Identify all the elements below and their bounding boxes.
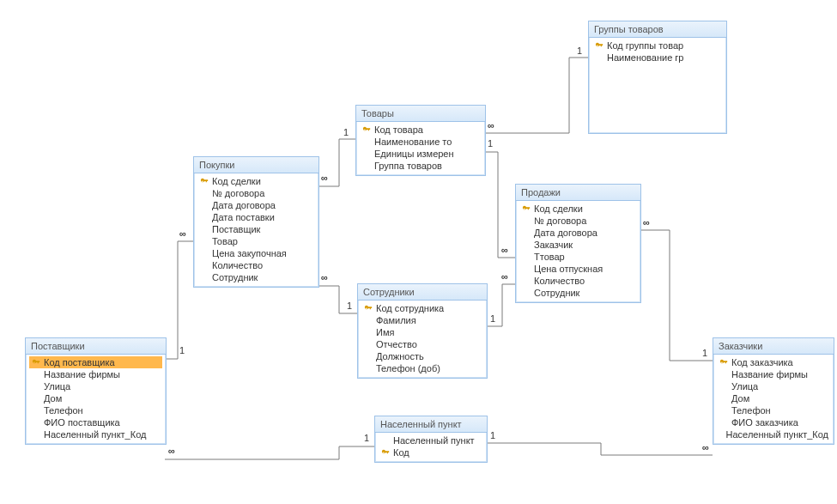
- card-inf: ∞: [321, 173, 328, 183]
- table-field[interactable]: Единицы измерен: [360, 148, 482, 160]
- table-field[interactable]: Населенный пункт: [379, 434, 483, 446]
- table-field[interactable]: Код сделки: [197, 175, 315, 187]
- table-field[interactable]: Дом: [29, 392, 162, 404]
- table-purchases[interactable]: ПокупкиКод сделки№ договораДата договора…: [193, 156, 319, 288]
- table-field[interactable]: Заказчик: [519, 239, 637, 251]
- table-field[interactable]: ФИО заказчика: [717, 416, 830, 428]
- table-field[interactable]: Код: [379, 446, 483, 458]
- table-fields: Код заказчикаНазвание фирмыУлицаДомТелеф…: [713, 355, 834, 444]
- table-field[interactable]: Код поставщика: [29, 356, 162, 368]
- key-placeholder: [361, 149, 372, 159]
- table-field[interactable]: Дата поставки: [197, 211, 315, 223]
- table-employees[interactable]: СотрудникиКод сотрудникаФамилияИмяОтчест…: [357, 283, 488, 379]
- table-fields: Код сделки№ договораДата договораЗаказчи…: [516, 201, 640, 302]
- table-field[interactable]: № договора: [519, 215, 637, 227]
- table-field[interactable]: Товар: [197, 235, 315, 247]
- field-label: ФИО заказчика: [731, 417, 798, 428]
- table-sales[interactable]: ПродажиКод сделки№ договораДата договора…: [515, 184, 641, 303]
- field-label: Населенный пункт_Код: [726, 429, 828, 440]
- field-label: № договора: [212, 188, 264, 198]
- key-placeholder: [521, 216, 531, 226]
- key-placeholder: [719, 369, 729, 380]
- table-field[interactable]: Код группы товар: [592, 39, 723, 52]
- table-field[interactable]: Код товара: [360, 124, 482, 136]
- table-field[interactable]: Группа товаров: [360, 160, 482, 172]
- table-title[interactable]: Поставщики: [26, 338, 166, 355]
- field-label: Наименование то: [374, 137, 452, 147]
- table-field[interactable]: Дата договора: [519, 227, 637, 239]
- table-field[interactable]: Дата договора: [197, 199, 315, 211]
- table-field[interactable]: Сотрудник: [519, 287, 637, 299]
- table-title[interactable]: Товары: [356, 106, 485, 122]
- card-1: 1: [702, 348, 707, 358]
- table-field[interactable]: Цена отпускная: [519, 263, 637, 275]
- table-field[interactable]: Код заказчика: [717, 356, 830, 368]
- primary-key-icon: [719, 357, 729, 367]
- table-field[interactable]: Дом: [717, 392, 830, 404]
- table-field[interactable]: Наименование гр: [592, 52, 723, 64]
- table-field[interactable]: Телефон: [29, 404, 162, 416]
- table-field[interactable]: Населенный пункт_Код: [29, 428, 162, 440]
- field-label: Название фирмы: [44, 369, 120, 380]
- primary-key-icon: [363, 303, 373, 313]
- table-field[interactable]: Отчество: [361, 338, 483, 350]
- table-field[interactable]: Ттовар: [519, 251, 637, 263]
- field-label: Код сделки: [534, 203, 583, 214]
- field-label: Телефон (доб): [376, 363, 440, 373]
- field-label: Населенный пункт_Код: [44, 429, 146, 440]
- table-title[interactable]: Продажи: [516, 185, 640, 201]
- field-label: Название фирмы: [731, 369, 808, 380]
- table-customers[interactable]: ЗаказчикиКод заказчикаНазвание фирмыУлиц…: [713, 337, 834, 445]
- key-placeholder: [719, 381, 729, 392]
- table-field[interactable]: ФИО поставщика: [29, 416, 162, 428]
- table-field[interactable]: № договора: [197, 187, 315, 199]
- table-field[interactable]: Сотрудник: [197, 271, 315, 283]
- field-label: Количество: [534, 276, 585, 286]
- field-label: ФИО поставщика: [44, 417, 120, 428]
- key-placeholder: [361, 161, 372, 171]
- key-placeholder: [521, 240, 531, 250]
- primary-key-icon: [380, 447, 391, 458]
- table-title[interactable]: Сотрудники: [358, 284, 487, 301]
- card-1: 1: [577, 46, 582, 56]
- field-label: Отчество: [376, 339, 417, 349]
- key-placeholder: [521, 264, 531, 274]
- table-field[interactable]: Цена закупочная: [197, 247, 315, 259]
- table-field[interactable]: Код сделки: [519, 203, 637, 215]
- table-field[interactable]: Количество: [519, 275, 637, 287]
- key-placeholder: [521, 276, 531, 286]
- field-label: Единицы измерен: [374, 149, 454, 159]
- table-field[interactable]: Название фирмы: [29, 368, 162, 380]
- table-field[interactable]: Фамилия: [361, 314, 483, 326]
- table-city[interactable]: Населенный пунктНаселенный пунктКод: [374, 416, 488, 463]
- card-1: 1: [179, 345, 185, 355]
- table-field[interactable]: Код сотрудника: [361, 302, 483, 314]
- field-label: Код поставщика: [44, 357, 115, 367]
- table-field[interactable]: Поставщик: [197, 223, 315, 235]
- table-goods-groups[interactable]: Группы товаровКод группы товарНаименован…: [588, 21, 727, 134]
- field-label: № договора: [534, 216, 586, 226]
- table-field[interactable]: Имя: [361, 326, 483, 338]
- table-field[interactable]: Название фирмы: [717, 368, 830, 380]
- table-title[interactable]: Заказчики: [713, 338, 834, 355]
- table-fields: Код товараНаименование тоЕдиницы измерен…: [356, 122, 485, 175]
- card-inf: ∞: [643, 217, 650, 228]
- table-title[interactable]: Группы товаров: [589, 21, 726, 38]
- table-field[interactable]: Телефон: [717, 404, 830, 416]
- card-1: 1: [490, 313, 495, 324]
- card-1: 1: [364, 433, 369, 443]
- table-field[interactable]: Улица: [29, 380, 162, 392]
- table-field[interactable]: Наименование то: [360, 136, 482, 148]
- table-field[interactable]: Телефон (доб): [361, 362, 483, 374]
- table-field[interactable]: Улица: [717, 380, 830, 392]
- primary-key-icon: [361, 124, 372, 135]
- table-goods[interactable]: ТоварыКод товараНаименование тоЕдиницы и…: [355, 105, 486, 176]
- key-placeholder: [363, 315, 373, 325]
- table-field[interactable]: Количество: [197, 259, 315, 271]
- table-suppliers[interactable]: ПоставщикиКод поставщикаНазвание фирмыУл…: [25, 337, 167, 445]
- table-title[interactable]: Населенный пункт: [375, 416, 487, 433]
- table-field[interactable]: Должность: [361, 350, 483, 362]
- table-field[interactable]: Населенный пункт_Код: [717, 428, 830, 440]
- field-label: Имя: [376, 327, 394, 337]
- table-title[interactable]: Покупки: [194, 157, 318, 173]
